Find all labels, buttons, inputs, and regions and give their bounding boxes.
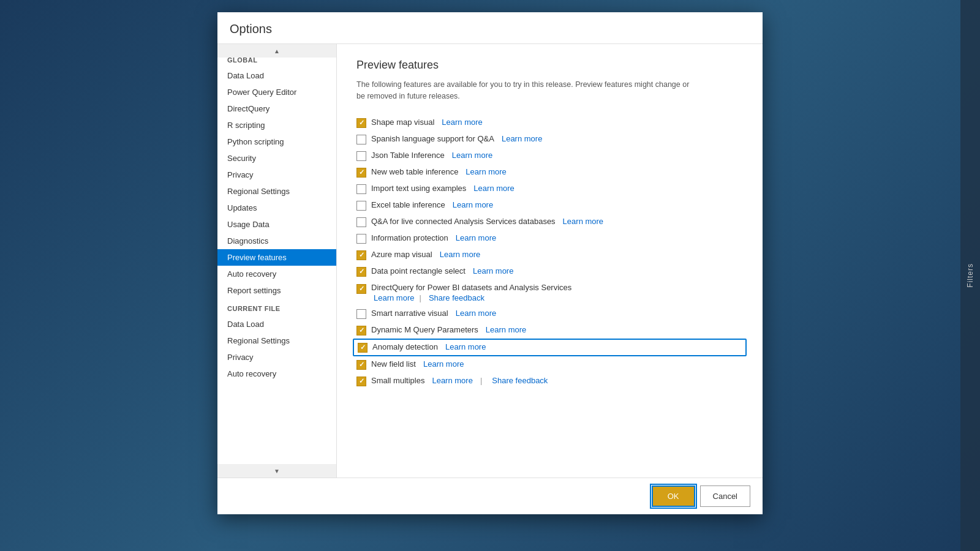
label-qa-live: Q&A for live connected Analysis Services… bbox=[371, 217, 556, 226]
sidebar-item-data-load[interactable]: Data Load bbox=[217, 67, 336, 84]
checkbox-new-field-list[interactable] bbox=[356, 360, 366, 370]
feature-row-new-field-list: New field list Learn more bbox=[356, 356, 743, 373]
label-shape-map: Shape map visual bbox=[371, 118, 434, 127]
checkbox-dynamic-m[interactable] bbox=[356, 326, 366, 335]
dialog-body: ▲ GLOBAL Data Load Power Query Editor Di… bbox=[217, 44, 763, 478]
feature-row-import-text: Import text using examples Learn more bbox=[356, 181, 743, 197]
sidebar-scroll-up[interactable]: ▲ bbox=[217, 44, 336, 58]
sidebar-item-r-scripting[interactable]: R scripting bbox=[217, 117, 336, 133]
learn-more-azure-map[interactable]: Learn more bbox=[440, 250, 480, 259]
sidebar-item-directquery[interactable]: DirectQuery bbox=[217, 100, 336, 117]
label-small-multiples: Small multiples bbox=[371, 376, 424, 385]
learn-more-anomaly[interactable]: Learn more bbox=[445, 342, 486, 351]
divider-directquery-pbi: | bbox=[419, 293, 421, 302]
learn-more-spanish[interactable]: Learn more bbox=[502, 134, 542, 143]
sidebar-item-power-query-editor[interactable]: Power Query Editor bbox=[217, 84, 336, 100]
filters-label: Filters bbox=[966, 263, 974, 288]
learn-more-directquery-pbi[interactable]: Learn more bbox=[374, 293, 414, 302]
checkbox-data-point[interactable] bbox=[356, 267, 366, 277]
label-import-text: Import text using examples bbox=[371, 184, 466, 193]
feature-row-data-point: Data point rectangle select Learn more bbox=[356, 263, 743, 280]
checkbox-spanish[interactable] bbox=[356, 135, 366, 144]
learn-more-import-text[interactable]: Learn more bbox=[473, 184, 514, 193]
dialog-title-bar: Options bbox=[217, 12, 763, 44]
feature-row-qa-live: Q&A for live connected Analysis Services… bbox=[356, 214, 743, 230]
current-file-section-label: CURRENT FILE bbox=[217, 299, 336, 316]
feature-row-anomaly: Anomaly detection Learn more bbox=[353, 339, 747, 356]
directquery-pbi-links-row: Learn more | Share feedback bbox=[371, 293, 571, 302]
learn-more-excel-table[interactable]: Learn more bbox=[453, 200, 493, 209]
label-excel-table: Excel table inference bbox=[371, 200, 445, 209]
sidebar-item-usage-data[interactable]: Usage Data bbox=[217, 216, 336, 233]
checkbox-new-web-table[interactable] bbox=[356, 168, 366, 178]
sidebar-item-cf-regional-settings[interactable]: Regional Settings bbox=[217, 332, 336, 349]
sidebar: ▲ GLOBAL Data Load Power Query Editor Di… bbox=[217, 44, 337, 478]
feature-row-azure-map: Azure map visual Learn more bbox=[356, 247, 743, 263]
sidebar-item-cf-privacy[interactable]: Privacy bbox=[217, 349, 336, 365]
label-dynamic-m: Dynamic M Query Parameters bbox=[371, 325, 478, 334]
learn-more-qa-live[interactable]: Learn more bbox=[563, 217, 603, 226]
checkbox-small-multiples[interactable] bbox=[356, 377, 366, 386]
learn-more-new-field-list[interactable]: Learn more bbox=[423, 359, 464, 369]
label-json-table: Json Table Inference bbox=[371, 151, 445, 160]
label-new-web-table: New web table inference bbox=[371, 167, 458, 176]
sidebar-item-cf-auto-recovery[interactable]: Auto recovery bbox=[217, 365, 336, 382]
sidebar-item-diagnostics[interactable]: Diagnostics bbox=[217, 233, 336, 249]
checkbox-anomaly[interactable] bbox=[358, 343, 368, 353]
label-data-point: Data point rectangle select bbox=[371, 266, 466, 276]
sidebar-item-python-scripting[interactable]: Python scripting bbox=[217, 133, 336, 150]
feature-row-spanish: Spanish language support for Q&A Learn m… bbox=[356, 131, 743, 148]
divider-small-multiples: | bbox=[480, 376, 482, 385]
feature-row-json-table: Json Table Inference Learn more bbox=[356, 148, 743, 164]
learn-more-new-web-table[interactable]: Learn more bbox=[466, 167, 506, 176]
sidebar-item-security[interactable]: Security bbox=[217, 150, 336, 167]
sidebar-item-cf-data-load[interactable]: Data Load bbox=[217, 316, 336, 332]
feature-row-dynamic-m: Dynamic M Query Parameters Learn more bbox=[356, 322, 743, 339]
label-smart-narrative: Smart narrative visual bbox=[371, 309, 448, 318]
label-anomaly: Anomaly detection bbox=[372, 342, 438, 351]
feature-row-info-protection: Information protection Learn more bbox=[356, 230, 743, 247]
label-spanish: Spanish language support for Q&A bbox=[371, 134, 494, 143]
share-feedback-directquery-pbi[interactable]: Share feedback bbox=[429, 293, 484, 302]
checkbox-info-protection[interactable] bbox=[356, 234, 366, 244]
learn-more-small-multiples[interactable]: Learn more bbox=[432, 376, 472, 385]
learn-more-dynamic-m[interactable]: Learn more bbox=[486, 325, 526, 334]
scroll-up-icon: ▲ bbox=[274, 48, 280, 54]
options-dialog: Options ▲ GLOBAL Data Load Power Query E… bbox=[217, 12, 763, 514]
checkbox-directquery-pbi[interactable] bbox=[356, 284, 366, 294]
checkbox-smart-narrative[interactable] bbox=[356, 309, 366, 319]
learn-more-shape-map[interactable]: Learn more bbox=[442, 118, 482, 127]
right-panel: Filters bbox=[960, 0, 980, 551]
checkbox-azure-map[interactable] bbox=[356, 250, 366, 260]
feature-row-excel-table: Excel table inference Learn more bbox=[356, 197, 743, 214]
feature-row-smart-narrative: Smart narrative visual Learn more bbox=[356, 305, 743, 322]
learn-more-smart-narrative[interactable]: Learn more bbox=[456, 309, 496, 318]
learn-more-info-protection[interactable]: Learn more bbox=[456, 233, 496, 242]
sidebar-item-regional-settings[interactable]: Regional Settings bbox=[217, 183, 336, 200]
learn-more-data-point[interactable]: Learn more bbox=[473, 266, 513, 276]
learn-more-json-table[interactable]: Learn more bbox=[452, 151, 492, 160]
ok-button[interactable]: OK bbox=[652, 485, 695, 507]
dialog-title: Options bbox=[230, 22, 750, 36]
sidebar-item-auto-recovery[interactable]: Auto recovery bbox=[217, 266, 336, 282]
feature-row-shape-map: Shape map visual Learn more bbox=[356, 114, 743, 131]
checkbox-import-text[interactable] bbox=[356, 184, 366, 194]
cancel-button[interactable]: Cancel bbox=[700, 485, 750, 507]
sidebar-item-preview-features[interactable]: Preview features bbox=[217, 249, 336, 266]
label-new-field-list: New field list bbox=[371, 359, 416, 369]
label-info-protection: Information protection bbox=[371, 233, 448, 242]
checkbox-qa-live[interactable] bbox=[356, 217, 366, 227]
sidebar-item-updates[interactable]: Updates bbox=[217, 200, 336, 216]
page-description: The following features are available for… bbox=[356, 79, 699, 102]
feature-row-directquery-pbi: DirectQuery for Power BI datasets and An… bbox=[356, 280, 743, 305]
main-content: Preview features The following features … bbox=[337, 44, 763, 478]
sidebar-scroll-down[interactable]: ▼ bbox=[217, 464, 336, 478]
checkbox-excel-table[interactable] bbox=[356, 201, 366, 211]
sidebar-item-report-settings[interactable]: Report settings bbox=[217, 282, 336, 299]
dialog-footer: OK Cancel bbox=[217, 478, 763, 514]
directquery-pbi-content: DirectQuery for Power BI datasets and An… bbox=[371, 283, 571, 302]
sidebar-item-privacy[interactable]: Privacy bbox=[217, 167, 336, 183]
share-feedback-small-multiples[interactable]: Share feedback bbox=[492, 376, 548, 385]
checkbox-shape-map[interactable] bbox=[356, 118, 366, 128]
checkbox-json-table[interactable] bbox=[356, 151, 366, 161]
